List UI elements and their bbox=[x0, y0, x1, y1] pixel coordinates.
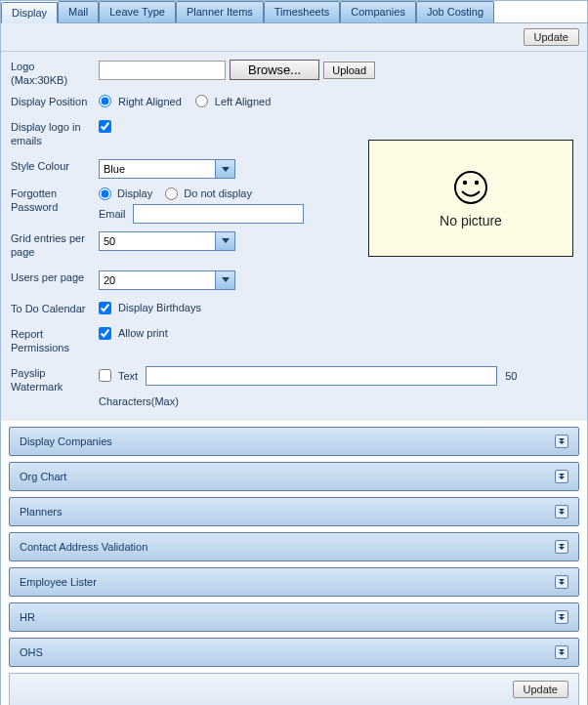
grid-entries-label: Grid entries per page bbox=[11, 231, 99, 259]
accordion-ohs[interactable]: OHS bbox=[9, 638, 579, 667]
users-per-page-select[interactable]: 20 bbox=[99, 270, 235, 290]
style-colour-label: Style Colour bbox=[11, 159, 99, 173]
svg-point-2 bbox=[475, 181, 479, 185]
forgotten-email-label: Email bbox=[99, 208, 126, 220]
accordion-label: Contact Address Validation bbox=[20, 541, 147, 553]
expand-icon bbox=[555, 645, 568, 659]
logo-file-display bbox=[99, 61, 226, 80]
chevron-down-icon bbox=[215, 271, 234, 289]
tab-companies[interactable]: Companies bbox=[340, 1, 416, 22]
logo-preview: No picture bbox=[368, 140, 573, 257]
position-left-label: Left Aligned bbox=[215, 96, 272, 107]
smiley-icon bbox=[451, 168, 490, 207]
watermark-text-checkbox[interactable] bbox=[99, 369, 111, 382]
watermark-text-label: Text bbox=[118, 370, 138, 382]
allow-print-label: Allow print bbox=[118, 327, 168, 339]
chevron-down-icon bbox=[215, 232, 234, 250]
display-logo-emails-checkbox[interactable] bbox=[99, 120, 111, 133]
report-permissions-label: Report Permissions bbox=[11, 327, 99, 354]
grid-entries-select[interactable]: 50 bbox=[99, 231, 235, 251]
watermark-text-input[interactable] bbox=[146, 366, 497, 386]
accordion-label: Employee Lister bbox=[20, 576, 97, 588]
expand-icon bbox=[555, 435, 568, 448]
settings-panel: No picture Logo (Max:30KB) Browse... Upl… bbox=[1, 52, 587, 421]
grid-entries-value: 50 bbox=[104, 235, 115, 247]
payslip-watermark-label: Payslip Watermark bbox=[11, 366, 99, 394]
tab-planner-items[interactable]: Planner Items bbox=[176, 1, 264, 22]
display-logo-emails-label: Display logo in emails bbox=[11, 120, 99, 147]
expand-icon bbox=[555, 540, 568, 554]
update-button-bottom[interactable]: Update bbox=[513, 681, 568, 698]
tab-job-costing[interactable]: Job Costing bbox=[416, 1, 494, 22]
svg-point-0 bbox=[455, 172, 486, 203]
forgotten-display-radio[interactable] bbox=[99, 187, 111, 200]
accordion-org-chart[interactable]: Org Chart bbox=[9, 462, 579, 491]
accordion-employee-lister[interactable]: Employee Lister bbox=[9, 567, 579, 597]
tab-mail[interactable]: Mail bbox=[58, 1, 99, 22]
forgotten-email-input[interactable] bbox=[133, 204, 304, 224]
chevron-down-icon bbox=[215, 160, 234, 178]
browse-button[interactable]: Browse... bbox=[230, 60, 319, 80]
bottom-toolbar: Update bbox=[9, 673, 579, 705]
forgotten-nodisplay-label: Do not display bbox=[184, 187, 252, 199]
style-colour-value: Blue bbox=[104, 163, 125, 175]
accordion-label: HR bbox=[20, 611, 35, 623]
svg-point-1 bbox=[463, 181, 467, 185]
expand-icon bbox=[555, 505, 568, 518]
accordion-label: OHS bbox=[20, 646, 43, 658]
expand-icon bbox=[555, 610, 568, 624]
users-per-page-value: 20 bbox=[104, 274, 115, 286]
update-button-top[interactable]: Update bbox=[524, 28, 579, 46]
accordion-label: Planners bbox=[20, 506, 62, 518]
position-right-label: Right Aligned bbox=[118, 96, 182, 107]
preview-caption: No picture bbox=[440, 213, 502, 228]
style-colour-select[interactable]: Blue bbox=[99, 159, 235, 179]
watermark-chars-max: Characters(Max) bbox=[99, 395, 577, 407]
expand-icon bbox=[555, 470, 568, 483]
allow-print-checkbox[interactable] bbox=[99, 327, 111, 340]
accordion-planners[interactable]: Planners bbox=[9, 497, 579, 526]
todo-calendar-label: To Do Calendar bbox=[11, 302, 99, 315]
display-birthdays-label: Display Birthdays bbox=[118, 302, 201, 313]
tab-bar: Display Mail Leave Type Planner Items Ti… bbox=[1, 1, 587, 23]
tab-timesheets[interactable]: Timesheets bbox=[264, 1, 340, 22]
accordion-label: Org Chart bbox=[20, 471, 66, 482]
logo-label: Logo (Max:30KB) bbox=[11, 60, 99, 87]
forgotten-nodisplay-radio[interactable] bbox=[165, 187, 178, 200]
expand-icon bbox=[555, 575, 568, 589]
accordion-contact-address-validation[interactable]: Contact Address Validation bbox=[9, 532, 579, 561]
accordion-hr[interactable]: HR bbox=[9, 602, 579, 632]
top-toolbar: Update bbox=[1, 23, 587, 52]
tab-leave-type[interactable]: Leave Type bbox=[99, 1, 176, 22]
users-per-page-label: Users per page bbox=[11, 270, 99, 284]
position-left-radio[interactable] bbox=[195, 95, 208, 107]
position-right-radio[interactable] bbox=[99, 95, 111, 107]
display-birthdays-checkbox[interactable] bbox=[99, 302, 111, 314]
display-position-label: Display Position bbox=[11, 95, 99, 108]
tab-display[interactable]: Display bbox=[1, 2, 58, 23]
forgotten-pw-label: Forgotten Password bbox=[11, 187, 99, 214]
watermark-max-count: 50 bbox=[505, 370, 517, 382]
upload-button[interactable]: Upload bbox=[323, 62, 375, 79]
accordion-display-companies[interactable]: Display Companies bbox=[9, 427, 579, 456]
accordion-label: Display Companies bbox=[20, 435, 112, 447]
forgotten-display-label: Display bbox=[117, 187, 152, 199]
